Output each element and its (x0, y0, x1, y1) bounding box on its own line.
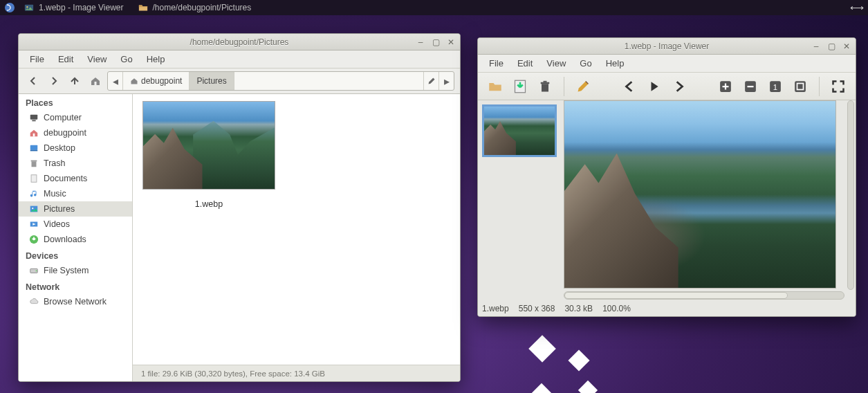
file-item[interactable]: 1.webp (140, 101, 278, 209)
delete-button[interactable] (535, 76, 555, 97)
nav-forward-button[interactable] (45, 72, 63, 90)
svg-point-2 (26, 6, 28, 8)
sidebar-item-music[interactable]: Music (19, 186, 132, 201)
svg-point-13 (32, 208, 33, 209)
path-scroll-left[interactable]: ◂ (108, 72, 123, 90)
file-manager-titlebar[interactable]: /home/debugpoint/Pictures – ▢ ✕ (19, 34, 460, 51)
path-bar: ◂ debugpoint Pictures ▸ (107, 71, 454, 91)
zoom-fit-button[interactable] (790, 76, 811, 97)
svg-rect-4 (30, 115, 38, 120)
svg-point-0 (5, 3, 15, 12)
save-button[interactable] (510, 76, 530, 97)
file-manager-toolbar: ◂ debugpoint Pictures ▸ (19, 68, 460, 93)
thumbnail-item[interactable] (482, 104, 557, 157)
vertical-scrollbar[interactable] (847, 100, 854, 290)
sidebar-heading-places: Places (19, 94, 132, 110)
thumbnail-image (484, 107, 555, 155)
sidebar-item-label: Downloads (44, 235, 86, 244)
open-button[interactable] (485, 76, 506, 97)
path-scroll-right[interactable]: ▸ (438, 72, 454, 90)
image-view-pane (561, 100, 856, 301)
svg-rect-19 (542, 84, 548, 91)
image-viewer-menubar: File Edit View Go Help (478, 55, 856, 73)
file-manager-content[interactable]: 1.webp (133, 94, 460, 365)
svg-rect-10 (31, 161, 37, 162)
menu-edit[interactable]: Edit (51, 52, 80, 66)
minimize-button[interactable]: – (414, 36, 427, 48)
panel-expand-icon[interactable]: ⟷ (849, 2, 865, 13)
close-button[interactable]: ✕ (840, 40, 853, 53)
sidebar-item-desktop[interactable]: Desktop (19, 140, 132, 156)
desktop-decoration (578, 381, 598, 393)
zoom-100-button[interactable]: 1 (765, 76, 786, 97)
download-icon (28, 234, 39, 245)
menu-view[interactable]: View (80, 52, 113, 66)
sidebar-heading-devices: Devices (19, 247, 132, 263)
minimize-button[interactable]: – (810, 40, 822, 53)
fullscreen-button[interactable] (828, 76, 849, 97)
sidebar-item-videos[interactable]: Videos (19, 217, 132, 232)
pictures-icon (28, 203, 39, 214)
image-viewer-icon (24, 2, 35, 13)
sidebar-item-downloads[interactable]: Downloads (19, 232, 132, 247)
thumbnail-pane (478, 100, 561, 301)
window-title: 1.webp - Image Viewer (625, 42, 710, 51)
zoom-in-button[interactable] (715, 76, 736, 97)
desktop-icon (28, 143, 39, 154)
menu-go[interactable]: Go (573, 56, 598, 71)
sidebar-item-debugpoint[interactable]: debugpoint (19, 125, 132, 140)
svg-rect-5 (32, 120, 35, 122)
sidebar-item-documents[interactable]: Documents (19, 171, 132, 186)
sidebar-item-pictures[interactable]: Pictures (19, 201, 132, 217)
image-canvas[interactable] (564, 100, 836, 289)
close-button[interactable]: ✕ (445, 36, 457, 48)
menu-go[interactable]: Go (113, 52, 139, 66)
sidebar-item-label: Browse Network (44, 297, 107, 307)
sidebar-item-label: debugpoint (44, 128, 86, 138)
status-filesize: 30.3 kB (564, 304, 593, 313)
drive-icon (28, 265, 39, 276)
nav-back-button[interactable] (24, 72, 42, 90)
video-icon (28, 219, 39, 230)
horizontal-scrollbar[interactable] (564, 291, 844, 300)
image-viewer-window: 1.webp - Image Viewer – ▢ ✕ File Edit Vi… (477, 37, 856, 317)
sidebar-item-browse-network[interactable]: Browse Network (19, 294, 132, 309)
file-manager-statusbar: 1 file: 29.6 KiB (30,320 bytes), Free sp… (133, 365, 460, 381)
menu-file[interactable]: File (482, 56, 510, 71)
sidebar-item-label: Computer (44, 113, 82, 122)
sidebar-item-label: Desktop (44, 143, 75, 153)
folder-icon (138, 2, 149, 13)
menu-help[interactable]: Help (140, 52, 172, 66)
path-segment-home[interactable]: debugpoint (123, 72, 190, 90)
taskbar-item-label: 1.webp - Image Viewer (39, 3, 124, 12)
nav-home-button[interactable] (86, 72, 104, 90)
menu-file[interactable]: File (23, 52, 51, 66)
path-edit-button[interactable] (423, 72, 438, 90)
prev-image-button[interactable] (619, 76, 640, 97)
home-icon (130, 77, 138, 85)
nav-up-button[interactable] (66, 72, 84, 90)
sidebar-item-file-system[interactable]: File System (19, 263, 132, 278)
zoom-out-button[interactable] (740, 76, 761, 97)
edit-button[interactable] (573, 76, 593, 97)
maximize-button[interactable]: ▢ (825, 40, 838, 53)
sidebar-item-computer[interactable]: Computer (19, 110, 132, 125)
next-image-button[interactable] (669, 76, 690, 97)
sidebar-item-trash[interactable]: Trash (19, 156, 132, 171)
cloud-icon (28, 296, 39, 307)
svg-rect-26 (795, 81, 806, 92)
menu-edit[interactable]: Edit (510, 56, 539, 71)
taskbar-item-image-viewer[interactable]: 1.webp - Image Viewer (17, 0, 131, 15)
svg-point-17 (36, 271, 37, 272)
slideshow-button[interactable] (644, 76, 665, 97)
image-viewer-titlebar[interactable]: 1.webp - Image Viewer – ▢ ✕ (478, 38, 856, 55)
svg-text:1: 1 (773, 82, 777, 91)
displayed-image (564, 100, 836, 289)
taskbar-item-file-manager[interactable]: /home/debugpoint/Pictures (131, 0, 259, 15)
menu-help[interactable]: Help (599, 56, 631, 71)
menu-view[interactable]: View (539, 56, 573, 71)
maximize-button[interactable]: ▢ (430, 36, 442, 48)
start-menu-icon[interactable] (3, 1, 17, 15)
sidebar-item-label: Pictures (44, 204, 75, 214)
path-segment-pictures[interactable]: Pictures (190, 72, 234, 90)
